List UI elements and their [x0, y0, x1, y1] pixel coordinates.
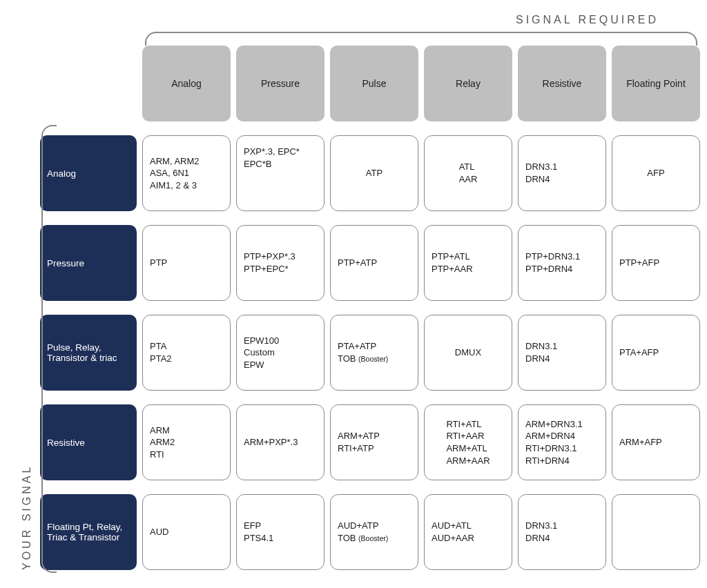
col-header-floating: Floating Point [612, 46, 700, 121]
col-header-analog: Analog [142, 46, 231, 121]
cell-line-1: PTA+ATP [338, 340, 411, 353]
cell-resistive-analog: ARM ARM2 RTI [142, 404, 231, 480]
cell-pulserelay-floating: PTA+AFP [612, 315, 700, 391]
cell-analog-floating: AFP [612, 135, 700, 211]
cell-floating-pressure: EFP PTS4.1 [236, 494, 325, 570]
cell-pulserelay-resistive: DRN3.1 DRN4 [518, 315, 606, 391]
cell-analog-analog: ARM, ARM2 ASA, 6N1 AIM1, 2 & 3 [142, 135, 231, 211]
cell-floating-analog: AUD [142, 494, 231, 570]
cell-pressure-resistive: PTP+DRN3.1 PTP+DRN4 [518, 225, 606, 301]
cell-pulserelay-pressure: EPW100 Custom EPW [236, 315, 325, 391]
cell-analog-relay: ATL AAR [424, 135, 512, 211]
cell-pressure-relay: PTP+ATL PTP+AAR [424, 225, 512, 301]
your-signal-label: YOUR SIGNAL [21, 32, 33, 570]
matrix-grid: Analog Pressure Pulse Relay Resistive Fl… [40, 46, 700, 570]
cell-floating-resistive: DRN3.1 DRN4 [518, 494, 606, 570]
cell-resistive-pulse: ARM+ATP RTI+ATP [330, 404, 418, 480]
top-bracket [145, 32, 697, 46]
diagram-outer: YOUR SIGNAL Analog Pressure Pulse Relay … [21, 32, 686, 570]
cell-analog-pressure: PXP*.3, EPC* EPC*B [236, 135, 325, 211]
cell-line-1: AUD+ATP [338, 520, 411, 532]
cell-floating-relay: AUD+ATL AUD+AAR [424, 494, 512, 570]
col-header-pulse: Pulse [330, 46, 418, 121]
cell-resistive-pressure: ARM+PXP*.3 [236, 404, 325, 480]
col-header-pressure: Pressure [236, 46, 325, 121]
col-header-resistive: Resistive [518, 46, 606, 121]
cell-floating-floating [612, 494, 700, 570]
left-bracket [41, 125, 57, 573]
grid-area: Analog Pressure Pulse Relay Resistive Fl… [40, 32, 700, 570]
cell-analog-pulse: ATP [330, 135, 418, 211]
cell-resistive-resistive: ARM+DRN3.1 ARM+DRN4 RTI+DRN3.1 RTI+DRN4 [518, 404, 606, 480]
cell-floating-pulse: AUD+ATP TOB (Booster) [330, 494, 418, 570]
cell-resistive-relay: RTI+ATL RTI+AAR ARM+ATL ARM+AAR [424, 404, 512, 480]
cell-pressure-pulse: PTP+ATP [330, 225, 418, 301]
cell-analog-resistive: DRN3.1 DRN4 [518, 135, 606, 211]
cell-pulserelay-analog: PTA PTA2 [142, 315, 231, 391]
signal-required-label: SIGNAL REQUIRED [21, 14, 659, 26]
cell-pressure-analog: PTP [142, 225, 231, 301]
cell-pressure-pressure: PTP+PXP*.3 PTP+EPC* [236, 225, 325, 301]
top-bracket-row [40, 32, 700, 46]
cell-pressure-floating: PTP+AFP [612, 225, 700, 301]
cell-line-2: TOB (Booster) [338, 532, 411, 545]
cell-pulserelay-relay: DMUX [424, 315, 512, 391]
cell-pulserelay-pulse: PTA+ATP TOB (Booster) [330, 315, 418, 391]
cell-line-2: TOB (Booster) [338, 353, 411, 365]
col-header-relay: Relay [424, 46, 512, 121]
cell-resistive-floating: ARM+AFP [612, 404, 700, 480]
